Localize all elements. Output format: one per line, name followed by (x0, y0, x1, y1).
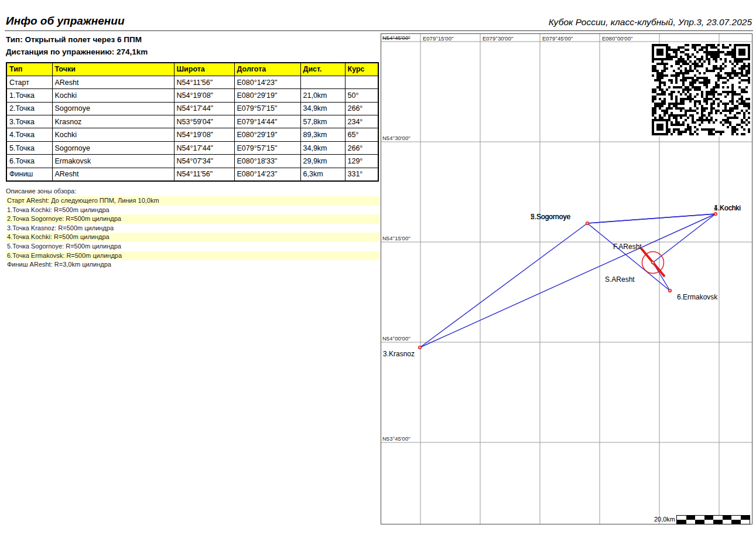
table-row: 5.ТочкаSogornoyeN54°17'44"E079°57'15"34,… (6, 141, 378, 154)
column-header-6: Курс (345, 63, 378, 76)
task-type-line: Тип: Открытый полет через 6 ППМ (6, 35, 142, 44)
page-title: Инфо об упражнении (6, 15, 125, 28)
table-cell: Ermakovsk (52, 155, 174, 168)
scale-bar-segment (686, 520, 696, 524)
table-cell: 234° (345, 115, 378, 128)
zones-list: Старт AResht: До следующего ППМ, Линия 1… (6, 196, 379, 270)
table-cell: N53°59'04" (174, 115, 234, 128)
table-cell: Sogornoye (52, 102, 174, 115)
table-cell: 6,3km (300, 168, 345, 180)
zone-item: 2.Точка Sogornoye: R=500m цилиндра (6, 214, 379, 224)
table-cell: E080°14'23" (234, 168, 300, 180)
table-cell: 57,8km (300, 115, 345, 128)
longitude-grid-label: E079°30'00" (483, 35, 513, 42)
column-header-4: Долгота (234, 63, 300, 76)
table-cell: E079°57'15" (234, 141, 300, 154)
table-cell: 2.Точка (6, 102, 52, 115)
latitude-grid-label: N53°45'00" (382, 435, 411, 442)
observation-zones-section: Описание зоны обзора: Старт AResht: До с… (6, 188, 379, 270)
table-row: 6.ТочкаErmakovskN54°07'34"E080°18'33"29,… (6, 155, 378, 168)
zones-heading: Описание зоны обзора: (6, 188, 379, 195)
zone-item: Старт AResht: До следующего ППМ, Линия 1… (6, 196, 379, 206)
table-cell: 21,0km (300, 89, 345, 102)
zone-item: 3.Точка Krasnoz: R=500m цилиндра (6, 224, 379, 233)
table-cell: E080°18'33" (234, 155, 300, 168)
qr-code-image (652, 44, 750, 137)
scale-bar-segment (731, 516, 741, 520)
scale-bar-segment (731, 520, 741, 524)
table-cell: Sogornoye (52, 141, 174, 154)
table-cell: E080°14'23" (234, 76, 300, 88)
task-map: E079°15'00"E079°30'00"E079°45'00"E080°00… (381, 33, 752, 524)
scale-bar-segment (695, 520, 704, 524)
table-cell: E080°29'19" (234, 89, 300, 102)
table-cell: 34,9km (300, 141, 345, 154)
table-cell: 34,9km (300, 102, 345, 115)
waypoint-marker (419, 346, 422, 349)
scale-bar-segment (686, 516, 696, 520)
table-cell: AResht (52, 168, 174, 180)
scale-bar-segment (677, 520, 686, 524)
scale-label: 20,0km (644, 516, 675, 523)
table-cell: E079°57'15" (234, 102, 300, 115)
table-cell: 4.Точка (6, 128, 52, 141)
table-cell: 6.Точка (6, 155, 52, 168)
table-cell: 29,9km (300, 155, 345, 168)
task-distance-line: Дистанция по упражнению: 274,1km (6, 47, 148, 56)
scale-bar (676, 515, 750, 524)
scale-bar-segment (713, 520, 723, 524)
table-cell: 266° (345, 102, 378, 115)
scale-bar-segment (723, 516, 732, 520)
table-cell: Kochki (52, 89, 174, 102)
scale-bar-segment (713, 516, 723, 520)
waypoint-marker (669, 289, 672, 292)
zone-item: 1.Точка Kochki: R=500m цилиндра (6, 206, 379, 215)
scale-bar-segment (704, 520, 714, 524)
table-row: ФинишAReshtN54°11'56"E080°14'23"6,3km331… (6, 168, 378, 180)
table-cell: E079°14'44" (234, 115, 300, 128)
header-divider (5, 30, 753, 31)
scale-bar-segment (723, 520, 732, 524)
table-cell: E080°29'19" (234, 128, 300, 141)
table-cell: Krasnoz (52, 115, 174, 128)
competition-title: Кубок России, класс-клубный, Упр.3, 23.0… (549, 17, 752, 28)
waypoint-label: 6.Ermakovsk (677, 293, 717, 301)
zone-item: 5.Точка Sogornoye: R=500m цилиндра (6, 242, 379, 251)
table-cell: 1.Точка (6, 89, 52, 102)
table-cell: N54°19'08" (174, 89, 234, 102)
zone-item: 4.Точка Kochki: R=500m цилиндра (6, 233, 379, 242)
table-cell: 65° (345, 128, 378, 141)
column-header-3: Широта (174, 63, 234, 76)
table-cell: Старт (6, 76, 52, 88)
table-row: 2.ТочкаSogornoyeN54°17'44"E079°57'15"34,… (6, 102, 378, 115)
waypoint-label: S.AResht (605, 275, 635, 284)
column-header-1: Тип (6, 63, 52, 76)
column-header-5: Дист. (300, 63, 345, 76)
scale-bar-segment (695, 516, 704, 520)
waypoint-table-header: ТипТочкиШиротаДолготаДист.Курс (6, 63, 378, 76)
scale-bar-segment (741, 516, 750, 520)
waypoint-label: 3.Krasnoz (383, 350, 415, 358)
scale-bar-segment (704, 516, 714, 520)
waypoint-label: 4.Kochki (714, 204, 741, 212)
table-row: 3.ТочкаKrasnozN53°59'04"E079°14'44"57,8k… (6, 115, 378, 128)
table-cell: 3.Точка (6, 115, 52, 128)
table-cell: Kochki (52, 128, 174, 141)
table-cell: 5.Точка (6, 141, 52, 154)
zone-item: Финиш AResht: R=3,0km цилиндра (6, 260, 379, 270)
column-header-2: Точки (52, 63, 174, 76)
table-cell: 331° (345, 168, 378, 180)
waypoint-marker (652, 261, 655, 264)
table-cell: N54°19'08" (174, 128, 234, 141)
table-row: 4.ТочкаKochkiN54°19'08"E080°29'19"89,3km… (6, 128, 378, 141)
table-cell: 266° (345, 141, 378, 154)
task-leg-line (420, 214, 716, 347)
table-cell (300, 76, 345, 88)
table-cell: Финиш (6, 168, 52, 180)
table-cell: 129° (345, 155, 378, 168)
waypoint-table: ТипТочкиШиротаДолготаДист.Курс СтартARes… (6, 62, 379, 182)
table-cell: 89,3km (300, 128, 345, 141)
scale-bar-segment (741, 520, 750, 524)
waypoint-label: 5.Sogornoye (531, 213, 570, 221)
latitude-grid-label: N54°00'00" (382, 335, 411, 342)
